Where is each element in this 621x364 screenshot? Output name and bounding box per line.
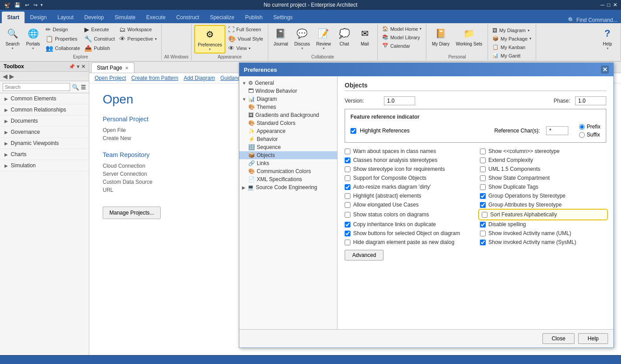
- highlight-refs-checkbox[interactable]: [350, 128, 356, 134]
- tree-item-xml-specs[interactable]: 📄 XML Specifications: [239, 175, 337, 183]
- qat-dropdown[interactable]: ▾: [41, 3, 43, 7]
- start-page-tab[interactable]: Start Page ✕: [91, 62, 134, 73]
- toolbox-item-dynamic-viewpoints[interactable]: ▶ Dynamic Viewpoints: [0, 138, 89, 149]
- toolbox-options-icon[interactable]: ☰: [81, 84, 86, 91]
- dialog-close-btn[interactable]: ✕: [601, 66, 609, 74]
- tab-publish[interactable]: Publish: [240, 12, 268, 23]
- phase-input[interactable]: [575, 96, 606, 105]
- advanced-btn[interactable]: Advanced: [345, 250, 383, 261]
- close-btn[interactable]: ✕: [613, 2, 617, 8]
- perspective-btn[interactable]: 👁 Perspective ▾: [117, 34, 158, 43]
- mygantt-btn[interactable]: 📊 My Gantt: [491, 52, 533, 59]
- qat-redo[interactable]: ↪: [32, 2, 39, 8]
- status-colors-checkbox[interactable]: [345, 212, 350, 218]
- help-dialog-btn[interactable]: Help: [578, 333, 608, 344]
- toolbox-menu-icon[interactable]: ▾: [77, 64, 79, 70]
- portals-btn[interactable]: 🌐 Portals ▾: [23, 25, 43, 52]
- tree-item-objects[interactable]: 📦 Objects: [239, 151, 337, 159]
- qat-save[interactable]: 💾: [13, 2, 22, 8]
- show-column-checkbox[interactable]: [480, 149, 486, 154]
- preferences-btn[interactable]: ⚙ Preferences ▾: [194, 25, 225, 54]
- hide-paste-checkbox[interactable]: [345, 240, 350, 245]
- mydiagram-btn[interactable]: 🖼 My Diagram ▾: [491, 27, 533, 34]
- version-input[interactable]: [384, 96, 415, 105]
- tree-item-communication-colors[interactable]: 🎨 Communication Colors: [239, 167, 337, 175]
- group-attrs-checkbox[interactable]: [480, 202, 486, 208]
- chat-btn[interactable]: 💭 Chat: [334, 25, 354, 48]
- maximize-btn[interactable]: □: [607, 2, 610, 8]
- disable-spelling-checkbox[interactable]: [480, 222, 486, 228]
- suffix-radio-label[interactable]: Suffix: [579, 132, 600, 138]
- design-btn[interactable]: ✏ Design: [44, 25, 82, 34]
- qat-undo[interactable]: ↩: [24, 2, 30, 8]
- mail-btn[interactable]: ✉ Mail: [355, 25, 375, 48]
- copy-inheritance-checkbox[interactable]: [345, 222, 350, 228]
- journal-btn[interactable]: 📓 Journal: [271, 25, 291, 48]
- nav-back-arrow[interactable]: ◀: [3, 73, 8, 80]
- modelhome-btn[interactable]: 🏠 Model Home ▾: [380, 25, 423, 33]
- search-btn[interactable]: 🔍 Search ▾: [3, 25, 22, 52]
- workspace-btn[interactable]: 🗂 Workspace: [117, 25, 158, 34]
- prefix-radio[interactable]: [579, 124, 585, 130]
- tab-execute[interactable]: Execute: [141, 12, 171, 23]
- elongated-checkbox[interactable]: [345, 202, 350, 208]
- tree-item-diagram[interactable]: ▼ 📊 Diagram: [239, 95, 337, 103]
- tab-layout[interactable]: Layout: [52, 12, 79, 23]
- calendar-btn[interactable]: 📅 Calendar: [380, 42, 423, 50]
- tab-start[interactable]: Start: [2, 12, 25, 23]
- nav-open-project[interactable]: Open Project: [95, 75, 126, 81]
- tab-develop[interactable]: Develop: [79, 12, 109, 23]
- prefix-radio-label[interactable]: Prefix: [579, 124, 600, 130]
- minimize-btn[interactable]: ─: [600, 2, 604, 8]
- nav-create-from-pattern[interactable]: Create from Pattern: [131, 75, 178, 81]
- tree-item-gradients[interactable]: 🖼 Gradients and Background: [239, 111, 337, 119]
- tree-item-themes[interactable]: 🎨 Themes: [239, 103, 337, 111]
- tab-construct[interactable]: Construct: [171, 12, 204, 23]
- close-dialog-btn[interactable]: Close: [542, 333, 575, 344]
- tree-item-general[interactable]: ▼ ⚙ General: [239, 79, 337, 87]
- help-btn[interactable]: ? Help ▾: [598, 25, 617, 52]
- show-buttons-checkbox[interactable]: [345, 231, 350, 236]
- sort-features-checkbox[interactable]: [482, 212, 488, 218]
- mypackage-btn[interactable]: 📦 My Package ▾: [491, 35, 533, 42]
- show-invoked-uml-checkbox[interactable]: [480, 231, 486, 236]
- warn-spaces-checkbox[interactable]: [345, 149, 350, 154]
- tree-item-standard-colors[interactable]: 🎨 Standard Colors: [239, 119, 337, 127]
- discuss-btn[interactable]: 💬 Discuss ▾: [292, 25, 313, 52]
- properties-btn[interactable]: 📋 Properties: [44, 34, 82, 43]
- visualstyle-btn[interactable]: 🎨 Visual Style: [226, 34, 265, 43]
- toolbox-search-icon[interactable]: 🔍: [72, 84, 79, 91]
- show-invoked-sysml-checkbox[interactable]: [480, 240, 486, 245]
- suffix-radio[interactable]: [579, 132, 585, 138]
- group-ops-checkbox[interactable]: [480, 193, 486, 199]
- modellibrary-btn[interactable]: 📚 Model Library: [380, 33, 423, 41]
- show-stereotype-icon-checkbox[interactable]: [345, 166, 350, 172]
- preferences-dialog[interactable]: Preferences ✕ ▼ ⚙ General 🗔 Window Behav…: [239, 62, 614, 348]
- mykanban-btn[interactable]: 📋 My Kanban: [491, 43, 533, 51]
- toolbox-item-charts[interactable]: ▶ Charts: [0, 149, 89, 160]
- review-btn[interactable]: 📝 Review ▾: [313, 25, 333, 52]
- toolbox-pin-icon[interactable]: 📌: [69, 64, 75, 70]
- toolbox-item-governance[interactable]: ▶ Governance: [0, 127, 89, 138]
- toolbox-close-icon[interactable]: ✕: [81, 64, 85, 70]
- fullscreen-btn[interactable]: ⛶ Full Screen: [226, 25, 265, 34]
- tree-item-sequence[interactable]: 🔢 Sequence: [239, 143, 337, 151]
- tab-design[interactable]: Design: [25, 12, 52, 23]
- workingsets-btn[interactable]: 📁 Working Sets: [453, 25, 485, 48]
- tab-specialize[interactable]: Specialize: [204, 12, 240, 23]
- toolbox-item-simulation[interactable]: ▶ Simulation: [0, 160, 89, 171]
- publish-btn[interactable]: 📤 Publish: [83, 44, 117, 53]
- tree-item-window-behavior[interactable]: 🗔 Window Behavior: [239, 87, 337, 95]
- uml15-checkbox[interactable]: [480, 166, 486, 172]
- tree-item-appearance[interactable]: ✨ Appearance: [239, 127, 337, 135]
- construct-btn[interactable]: 🔧 Construct: [83, 34, 117, 43]
- autoresize-checkbox[interactable]: [345, 184, 350, 190]
- toolbox-search-input[interactable]: [3, 83, 70, 91]
- abstract-checkbox[interactable]: [345, 193, 350, 199]
- tree-item-behavior[interactable]: ⚡ Behavior: [239, 135, 337, 143]
- composite-checkbox[interactable]: [345, 175, 350, 181]
- tree-item-sourcecode[interactable]: ▶ 💻 Source Code Engineering: [239, 183, 337, 191]
- duplicate-tags-checkbox[interactable]: [480, 184, 486, 190]
- nav-add-diagram[interactable]: Add Diagram: [183, 75, 215, 81]
- state-compartment-checkbox[interactable]: [480, 175, 486, 181]
